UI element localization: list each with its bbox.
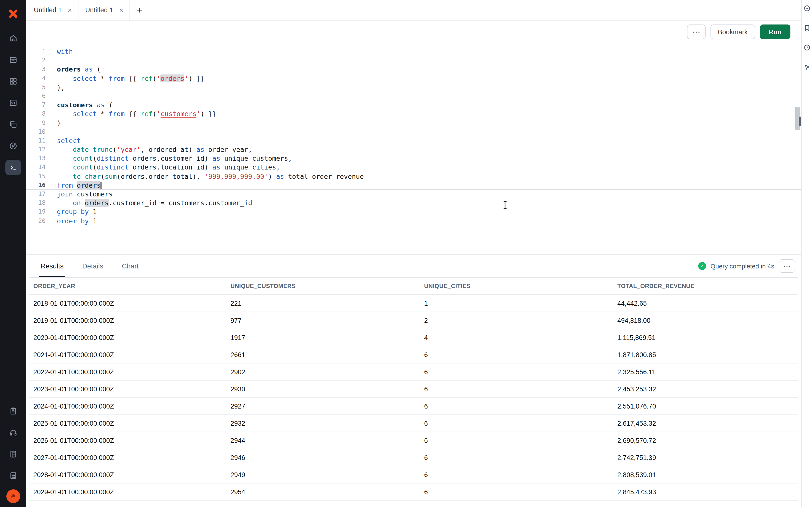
code-token: ' [157, 110, 161, 118]
code-token: orders [85, 199, 109, 207]
code-text: with [57, 47, 73, 56]
new-tab-button[interactable]: + [130, 0, 149, 20]
results-table-container[interactable]: ORDER_YEARUNIQUE_CUSTOMERSUNIQUE_CITIEST… [29, 277, 798, 507]
sidebar-item-home[interactable] [0, 27, 26, 49]
editor-tab-2[interactable]: Untitled 1 × [79, 0, 130, 20]
calculator-icon [9, 471, 17, 480]
editor-tab-1[interactable]: Untitled 1 × [27, 0, 79, 20]
bookmark-button[interactable]: Bookmark [711, 24, 755, 39]
table-row[interactable]: 2025-01-01T00:00:00.000Z293262,617,453.3… [29, 415, 798, 432]
code-line[interactable]: 12 date_trunc('year', ordered_at) as ord… [26, 145, 801, 154]
code-token: select [73, 74, 97, 82]
mouse-ibeam-cursor [502, 201, 508, 209]
code-line[interactable]: 2 [26, 56, 801, 65]
table-row[interactable]: 2029-01-01T00:00:00.000Z295462,845,473.9… [29, 483, 798, 500]
table-row[interactable]: 2020-01-01T00:00:00.000Z191741,115,869.5… [29, 329, 798, 346]
table-cell: 6 [420, 346, 613, 363]
code-line[interactable]: 11select [26, 136, 801, 145]
code-line[interactable]: 17join customers [26, 189, 801, 199]
table-row[interactable]: 2023-01-01T00:00:00.000Z293062,453,253.3… [29, 380, 798, 397]
line-number: 2 [26, 56, 46, 65]
table-cell: 2025-01-01T00:00:00.000Z [29, 415, 226, 432]
sidebar-item-support[interactable] [0, 422, 26, 443]
table-row[interactable]: 2022-01-01T00:00:00.000Z290262,325,556.1… [29, 363, 798, 380]
run-button[interactable]: Run [760, 24, 791, 39]
sidebar-item-calculator[interactable] [0, 465, 26, 487]
sidebar-item-notebook[interactable] [0, 443, 26, 465]
code-line[interactable]: 7customers as ( [26, 100, 801, 109]
editor-scrollbar[interactable] [794, 43, 801, 254]
code-token: ( [117, 172, 120, 180]
table-cell: 2,325,556.11 [613, 363, 798, 380]
column-header[interactable]: ORDER_YEAR [29, 278, 226, 295]
sql-editor[interactable]: 1with23orders as (4 select * from {{ ref… [26, 43, 801, 255]
pointer-icon[interactable] [803, 64, 810, 70]
sidebar-item-windows[interactable] [0, 114, 26, 135]
code-line[interactable]: 5), [26, 83, 801, 92]
sidebar-item-explore[interactable] [0, 135, 26, 157]
close-tab-icon[interactable]: × [68, 6, 72, 14]
app-logo-icon[interactable] [0, 0, 26, 27]
headphones-icon [9, 428, 17, 437]
line-number: 11 [26, 136, 46, 145]
results-more-button[interactable]: ⋯ [779, 259, 795, 273]
code-line[interactable]: 15 to_char(sum(orders.order_total), '999… [26, 172, 801, 180]
tab-chart[interactable]: Chart [122, 255, 139, 277]
code-line[interactable]: 4 select * from {{ ref('orders') }} [26, 74, 801, 82]
sidebar-item-terminal[interactable] [0, 157, 26, 178]
code-token: ( [93, 155, 97, 162]
code-line[interactable]: 19group by 1 [26, 208, 801, 216]
code-token: ' [196, 110, 200, 118]
code-text: order by 1 [57, 216, 97, 225]
history-icon[interactable] [803, 44, 810, 51]
code-line[interactable]: 13 count(distinct orders.customer_id) as… [26, 154, 801, 163]
code-line[interactable]: 9) [26, 118, 801, 127]
close-tab-icon[interactable]: × [119, 6, 123, 14]
workspace-avatar[interactable] [6, 489, 20, 503]
code-token: ( [101, 172, 105, 180]
table-row[interactable]: 2026-01-01T00:00:00.000Z294462,690,570.7… [29, 432, 798, 449]
bookmark-icon[interactable] [803, 24, 810, 31]
copilot-icon[interactable] [803, 5, 810, 12]
table-row[interactable]: 2028-01-01T00:00:00.000Z294962,808,539.0… [29, 466, 798, 483]
bookmark-button-label: Bookmark [718, 28, 748, 36]
column-header[interactable]: UNIQUE_CITIES [420, 278, 613, 295]
table-cell: 2,808,539.01 [613, 466, 798, 483]
table-row[interactable]: 2030-01-01T00:00:00.000Z287961,841,049.3… [29, 500, 798, 507]
results-body: 2018-01-01T00:00:00.000Z221144,442.65201… [29, 295, 798, 507]
code-token: ) [268, 172, 276, 180]
table-cell: 1 [420, 295, 613, 312]
column-header[interactable]: TOTAL_ORDER_REVENUE [613, 278, 798, 295]
sidebar-item-clipboard[interactable] [0, 400, 26, 422]
table-cell: 2,690,570.72 [613, 432, 798, 449]
code-token: }} [196, 74, 204, 82]
table-row[interactable]: 2018-01-01T00:00:00.000Z221144,442.65 [29, 295, 798, 312]
sidebar-item-code-editor[interactable] [0, 92, 26, 114]
table-row[interactable]: 2027-01-01T00:00:00.000Z294662,742,751.3… [29, 449, 798, 466]
table-row[interactable]: 2019-01-01T00:00:00.000Z9772494,818.00 [29, 312, 798, 329]
code-line[interactable]: 18 on orders.customer_id = customers.cus… [26, 199, 801, 207]
sidebar-item-apps[interactable] [0, 70, 26, 92]
code-line[interactable]: 3orders as ( [26, 65, 801, 74]
column-header[interactable]: UNIQUE_CUSTOMERS [226, 278, 420, 295]
code-line[interactable]: 6 [26, 92, 801, 100]
results-panel: Results Details Chart ✓ Query completed … [26, 255, 801, 507]
code-line[interactable]: 14 count(distinct orders.location_id) as… [26, 163, 801, 172]
code-line[interactable]: 10 [26, 127, 801, 136]
code-line[interactable]: 16from orders [26, 181, 801, 189]
table-cell: 2932 [226, 415, 420, 432]
code-token [57, 146, 73, 153]
more-actions-button[interactable]: ⋯ [687, 24, 706, 39]
code-line[interactable]: 8 select * from {{ ref('customers') }} [26, 110, 801, 118]
table-cell: 2954 [226, 483, 420, 500]
table-cell: 2,617,453.32 [613, 415, 798, 432]
code-text: group by 1 [57, 208, 97, 216]
code-line[interactable]: 1with [26, 47, 801, 56]
code-line[interactable]: 20order by 1 [26, 216, 801, 225]
table-row[interactable]: 2021-01-01T00:00:00.000Z266161,871,800.8… [29, 346, 798, 363]
table-row[interactable]: 2024-01-01T00:00:00.000Z292762,551,076.7… [29, 397, 798, 415]
code-token: as [97, 101, 105, 109]
tab-results[interactable]: Results [41, 255, 63, 277]
tab-details[interactable]: Details [82, 255, 103, 277]
sidebar-item-warehouse[interactable] [0, 49, 26, 70]
